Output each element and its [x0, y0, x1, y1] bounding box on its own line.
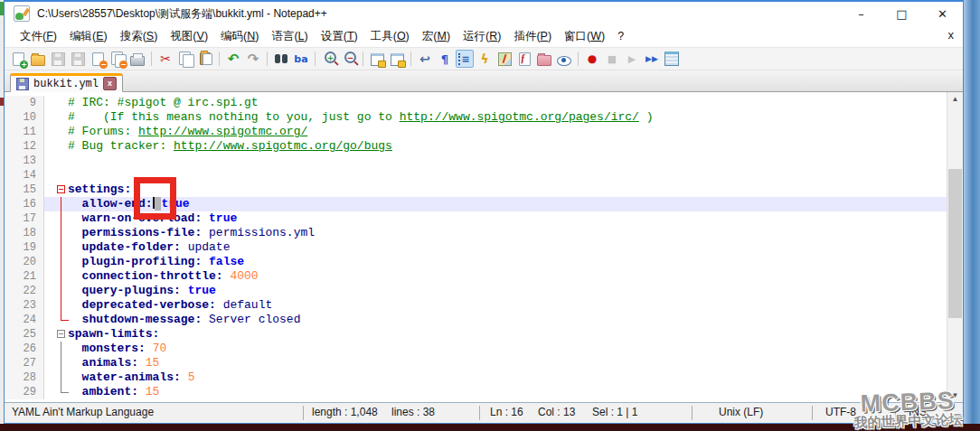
cut-icon[interactable]: ✂	[156, 50, 174, 68]
fold-margin[interactable]	[55, 269, 68, 284]
vertical-scrollbar[interactable]: ▲ ▼	[947, 92, 963, 402]
code-line[interactable]: 9# IRC: #spigot @ irc.spi.gt	[5, 96, 947, 110]
bookmark-margin[interactable]	[44, 125, 55, 139]
monitoring-icon[interactable]	[555, 50, 573, 68]
menu-item-S[interactable]: 搜索(S)	[114, 26, 165, 47]
bookmark-margin[interactable]	[44, 154, 55, 168]
fold-margin[interactable]	[55, 139, 68, 154]
code-text[interactable]: monsters: 70	[68, 342, 947, 356]
bookmark-margin[interactable]	[44, 96, 55, 110]
fold-margin[interactable]	[55, 183, 68, 197]
menu-item-V[interactable]: 视图(V)	[164, 26, 214, 47]
show-symbols-icon[interactable]: ¶	[436, 50, 454, 68]
fold-margin[interactable]	[55, 211, 68, 226]
macro-run-multi-icon[interactable]: ▶▶	[643, 50, 661, 68]
code-text[interactable]: plugin-profiling: false	[68, 255, 947, 269]
fold-margin[interactable]	[55, 96, 68, 110]
bookmark-margin[interactable]	[44, 255, 55, 269]
minimize-button[interactable]: –	[841, 2, 881, 25]
open-file-icon[interactable]	[29, 50, 47, 68]
fold-margin[interactable]	[55, 226, 68, 240]
find-icon[interactable]	[272, 50, 290, 68]
bookmark-margin[interactable]	[44, 342, 55, 356]
code-line[interactable]: 26 monsters: 70	[5, 342, 947, 356]
fold-margin[interactable]	[55, 298, 68, 313]
menu-item-L[interactable]: 语言(L)	[265, 26, 314, 47]
code-text[interactable]: # Forums: http://www.spigotmc.org/	[68, 125, 947, 139]
folder-workspace-icon[interactable]	[535, 50, 553, 68]
scroll-up-arrow-icon[interactable]: ▲	[947, 92, 963, 106]
code-text[interactable]: water-animals: 5	[68, 370, 947, 385]
code-text[interactable]: animals: 15	[68, 356, 947, 370]
code-line[interactable]: 18 permissions-file: permissions.yml	[5, 226, 947, 240]
code-text[interactable]: update-folder: update	[68, 240, 947, 255]
paste-icon[interactable]	[196, 50, 214, 68]
bookmark-margin[interactable]	[44, 139, 55, 154]
word-wrap-icon[interactable]: ↩	[416, 50, 434, 68]
fold-margin[interactable]	[55, 385, 68, 399]
fold-margin[interactable]	[55, 327, 68, 342]
tab-bukkit-yml[interactable]: bukkit.yml x	[10, 73, 123, 92]
macro-play-icon[interactable]: ▶	[623, 50, 641, 68]
menu-item-R[interactable]: 运行(R)	[457, 26, 507, 47]
menu-item-T[interactable]: 设置(T)	[315, 26, 364, 47]
menu-item-N[interactable]: 编码(N)	[214, 26, 265, 47]
menu-item-P[interactable]: 插件(P)	[507, 26, 558, 47]
code-text[interactable]: ambient: 15	[68, 385, 947, 399]
bookmark-margin[interactable]	[44, 385, 55, 399]
code-line[interactable]: 23 deprecated-verbose: default	[5, 298, 947, 313]
code-text[interactable]: deprecated-verbose: default	[68, 298, 947, 313]
code-text[interactable]: settings:	[68, 183, 947, 197]
fold-margin[interactable]	[55, 342, 68, 356]
bookmark-margin[interactable]	[44, 356, 55, 370]
zoom-in-icon[interactable]: +	[320, 50, 338, 68]
save-all-icon[interactable]	[69, 50, 87, 68]
fold-margin[interactable]	[55, 284, 68, 298]
code-text[interactable]: # IRC: #spigot @ irc.spi.gt	[68, 96, 947, 110]
code-text[interactable]: spawn-limits:	[68, 327, 947, 342]
fold-margin[interactable]	[55, 110, 68, 125]
menu-item-help[interactable]: ?	[611, 27, 630, 45]
code-line[interactable]: 20 plugin-profiling: false	[5, 255, 947, 269]
close-button[interactable]: ✕	[922, 2, 963, 25]
code-text[interactable]: query-plugins: true	[68, 284, 947, 298]
code-line[interactable]: 19 update-folder: update	[5, 240, 947, 255]
bookmark-margin[interactable]	[44, 327, 55, 342]
sync-horizontal-icon[interactable]	[388, 50, 406, 68]
undo-icon[interactable]: ↶	[224, 50, 242, 68]
code-text[interactable]: connection-throttle: 4000	[68, 269, 947, 284]
code-text[interactable]: # (If this means nothing to you, just go…	[68, 110, 947, 125]
code-area[interactable]: 9# IRC: #spigot @ irc.spi.gt10# (If this…	[5, 92, 947, 402]
save-icon[interactable]	[49, 50, 67, 68]
bookmark-margin[interactable]	[44, 240, 55, 255]
code-line[interactable]: 25spawn-limits:	[5, 327, 947, 342]
fold-margin[interactable]	[55, 154, 68, 168]
shortcut-mapper-icon[interactable]: ϟ	[476, 50, 494, 68]
code-text[interactable]: permissions-file: permissions.yml	[68, 226, 947, 240]
menu-item-E[interactable]: 编辑(E)	[63, 26, 114, 47]
tab-close-icon[interactable]: x	[103, 77, 117, 90]
indent-guide-icon[interactable]: ≡	[456, 50, 474, 68]
maximize-button[interactable]: □	[881, 2, 922, 25]
code-line[interactable]: 10# (If this means nothing to you, just …	[5, 110, 947, 125]
fold-collapse-icon[interactable]	[57, 185, 65, 193]
menu-item-O[interactable]: 工具(O)	[364, 26, 416, 47]
code-line[interactable]: 12# Bug tracker: http://www.spigotmc.org…	[5, 139, 947, 154]
menubar-close-icon[interactable]: x	[948, 28, 955, 42]
menu-item-W[interactable]: 窗口(W)	[558, 26, 611, 47]
fold-margin[interactable]	[55, 197, 68, 211]
bookmark-margin[interactable]	[44, 110, 55, 125]
close-file-icon[interactable]: −	[89, 50, 107, 68]
bookmark-margin[interactable]	[44, 226, 55, 240]
close-all-icon[interactable]: −	[108, 50, 127, 68]
redo-icon[interactable]: ↷	[244, 50, 262, 68]
fold-margin[interactable]	[55, 356, 68, 370]
bookmark-margin[interactable]	[44, 313, 55, 327]
code-text[interactable]	[68, 154, 947, 168]
menu-item-F[interactable]: 文件(F)	[14, 26, 63, 47]
fold-margin[interactable]	[55, 255, 68, 269]
bookmark-margin[interactable]	[44, 168, 55, 183]
code-line[interactable]: 21 connection-throttle: 4000	[5, 269, 947, 284]
sync-vertical-icon[interactable]	[368, 50, 386, 68]
macro-stop-icon[interactable]: ■	[603, 50, 621, 68]
